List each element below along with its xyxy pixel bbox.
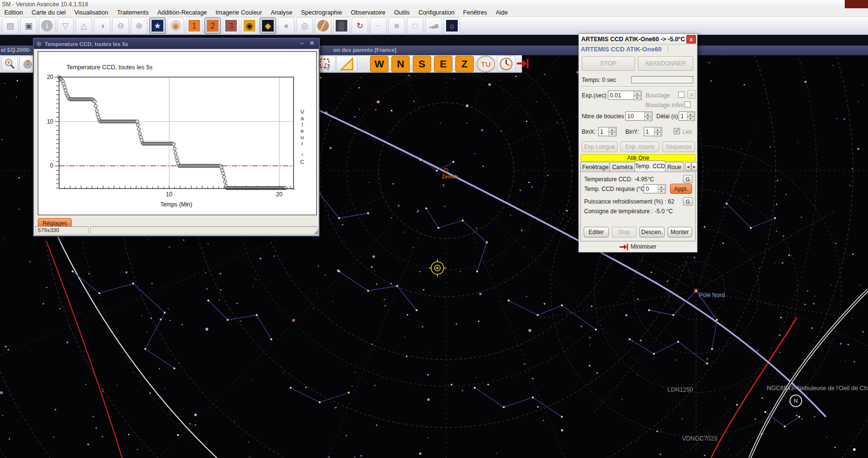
close-icon[interactable] — [308, 40, 316, 47]
exp-input[interactable]: 0.01 — [608, 91, 642, 100]
histogram-tool-icon[interactable]: ▂▄▆ — [425, 17, 442, 34]
window-close-region[interactable] — [845, 0, 868, 8]
biny-input[interactable]: 1 — [644, 127, 662, 136]
sky-minimize-arrow-icon[interactable] — [516, 57, 529, 71]
svg-text:C: C — [300, 159, 304, 165]
camera-2-glyph: 2 — [207, 20, 218, 32]
tab-roue[interactable]: Roue — [665, 162, 684, 172]
artemis-pane-caption: ARTEMIS CCD ATIK-One60 — [581, 46, 668, 52]
autoguider-icon[interactable]: ◆ — [260, 17, 276, 34]
exp-longue-button[interactable]: Exp Longue — [582, 142, 618, 152]
cancel-loop-button[interactable]: ✕ — [687, 90, 696, 99]
image-preview-icon[interactable]: ★ — [149, 17, 166, 34]
flip-vertical-icon[interactable]: ▽ — [57, 17, 74, 34]
sky-zoom-icon[interactable] — [1, 56, 18, 72]
hand-tool-icon[interactable]: ■ — [388, 17, 405, 34]
observatory-gears-icon[interactable]: ☼ — [444, 17, 460, 34]
flip-horizontal-icon[interactable]: △ — [76, 17, 92, 34]
dome-sphere-icon[interactable]: ◎ — [296, 17, 313, 34]
sky-window-title-fragment-right: on des parents [France] — [333, 47, 396, 53]
svg-text:l: l — [302, 122, 303, 127]
menu-visualisation[interactable]: Visualisation — [70, 9, 112, 16]
compass-e-button[interactable]: E — [434, 56, 452, 72]
requise-label: Temp. CCD requise (°C) — [584, 186, 647, 192]
camera-1-icon[interactable]: 1 — [186, 17, 202, 34]
sequence-button[interactable]: Sequence — [662, 142, 695, 152]
curve-tool-icon[interactable]: ~ — [370, 17, 387, 34]
menu-edition[interactable]: Edition — [0, 9, 27, 16]
svg-text:e: e — [301, 128, 304, 134]
tab-cam-ra[interactable]: Caméra — [609, 162, 636, 172]
compass-w-button[interactable]: W — [370, 56, 388, 72]
binx-label: BinX: — [582, 128, 596, 135]
compass-s-button[interactable]: S — [413, 56, 431, 72]
zoom-out-icon[interactable]: ⊖ — [112, 17, 129, 34]
stop-button[interactable]: Stop — [612, 227, 637, 237]
editer-button[interactable]: Editer — [584, 227, 609, 237]
graph-button-power[interactable]: G — [683, 197, 693, 205]
lier-checkbox[interactable] — [674, 128, 680, 134]
svg-text:V: V — [300, 109, 304, 115]
photometry-drop-icon[interactable]: ● — [278, 17, 294, 34]
compass-n-button[interactable]: N — [391, 56, 410, 72]
menu-observatoire[interactable]: Observatoire — [346, 9, 390, 16]
focuser-fan-icon[interactable]: ◉ — [168, 17, 184, 34]
crop-tool-icon[interactable]: □ — [407, 17, 423, 34]
menu-configuration[interactable]: Configuration — [414, 9, 459, 16]
graph-button-temperature[interactable]: G — [683, 175, 693, 183]
apply-button[interactable]: Appl. — [670, 184, 692, 194]
camera-3-icon[interactable]: 3 — [223, 17, 239, 34]
artemis-window-titlebar[interactable]: ARTEMIS CCD ATIK-One60 -> -5.0°C ... — [579, 34, 697, 45]
temperature-chart: Temperature CCD, toutes les 5s010201020T… — [38, 51, 317, 215]
camera-color-icon[interactable]: ◉ — [241, 17, 258, 34]
main-window-titlebar[interactable]: SM - Version Avancée 10.4.1.518 — [0, 0, 868, 9]
camera-2-icon[interactable]: 2 — [204, 17, 221, 34]
bouclage-infini-label: Bouclage infini — [646, 102, 683, 109]
minimiser-row[interactable]: Minimiser — [579, 243, 697, 250]
measure-triangle-icon[interactable] — [336, 56, 357, 72]
menu-outils[interactable]: Outils — [390, 9, 414, 16]
zoom-in-icon[interactable]: ⊕ — [131, 17, 147, 34]
derotator-icon[interactable]: ↻ — [352, 17, 368, 34]
clock-icon[interactable] — [497, 56, 515, 72]
menu-carte-du-ciel[interactable]: Carte du ciel — [27, 9, 70, 16]
bouclage-checkbox[interactable] — [678, 92, 684, 98]
tab-scroll-right[interactable]: ► — [691, 162, 698, 171]
exp-courte-button[interactable]: Exp. courte — [620, 142, 659, 152]
flip-vertical-glyph: ▽ — [60, 20, 71, 32]
dark-frame-icon[interactable]: ▒ — [333, 17, 350, 34]
tools-wrench-icon[interactable]: ╱ — [315, 17, 331, 34]
descen--button[interactable]: Descen. — [639, 227, 665, 237]
info-icon[interactable]: i — [39, 17, 55, 34]
nbre-boucles-input[interactable]: 10 — [625, 111, 652, 121]
export-screen-icon[interactable]: ▣ — [20, 17, 37, 34]
menu-addition-recalage[interactable]: Addition-Recalage — [153, 9, 211, 16]
compass-z-button[interactable]: Z — [455, 56, 474, 72]
resize-grip[interactable] — [314, 228, 318, 235]
contrast-icon[interactable]: ◑ — [94, 17, 110, 34]
menu-traitements[interactable]: Traitements — [112, 9, 153, 16]
tab-fen-trage[interactable]: Fenêtrage — [580, 162, 610, 172]
requise-input[interactable]: 0 — [644, 184, 666, 193]
bouclage-infini-checkbox[interactable] — [684, 101, 691, 108]
save-icon[interactable]: ▤ — [2, 17, 18, 34]
tab-temp-ccd[interactable]: Temp. CCD — [635, 160, 666, 172]
menu-spectrographie[interactable]: Spectrographie — [296, 9, 346, 16]
close-icon[interactable] — [686, 35, 696, 44]
stop-exposure-button[interactable]: STOP — [582, 56, 635, 71]
artemis-window-title: ARTEMIS CCD ATIK-One60 -> -5.0°C ... — [581, 36, 692, 43]
binx-input[interactable]: 1 — [598, 127, 617, 136]
menu-fen-tres[interactable]: Fenêtres — [459, 9, 491, 16]
monter-button[interactable]: Monter — [667, 227, 693, 237]
abandon-button[interactable]: ABANDONNER — [638, 56, 693, 71]
tu-time-button[interactable]: TU — [477, 56, 495, 72]
tab-scroll-left[interactable]: ◄ — [685, 162, 691, 171]
menu-analyse[interactable]: Analyse — [266, 9, 296, 16]
temperature-window-titlebar[interactable]: Temperature CCD, toutes les 5s — [34, 39, 319, 49]
menu-aide[interactable]: Aide — [491, 9, 512, 16]
minimize-button[interactable] — [297, 40, 306, 47]
menu-imagerie-couleur[interactable]: Imagerie Couleur — [211, 9, 266, 16]
zoom-out-glyph: ⊖ — [115, 20, 126, 32]
map-label-vdngc7023: VDNGC7023 — [682, 435, 717, 442]
delai-input[interactable]: 1 — [679, 111, 695, 121]
